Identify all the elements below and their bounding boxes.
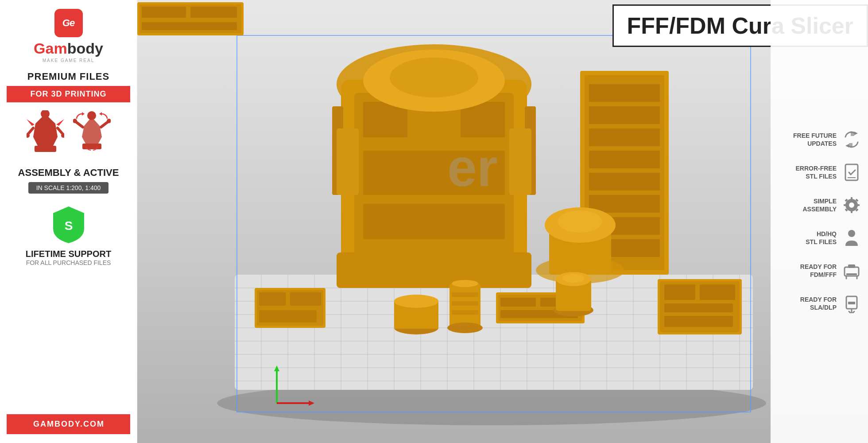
premium-files-label: PREMIUM FILES [27, 71, 109, 82]
svg-rect-99 [190, 7, 237, 18]
feature-simple-assembly: SIMPLEASSEMBLY [777, 195, 861, 215]
svg-marker-8 [56, 119, 64, 126]
svg-rect-117 [851, 132, 854, 136]
svg-rect-60 [337, 253, 531, 288]
svg-rect-105 [664, 303, 733, 312]
svg-rect-67 [589, 128, 660, 146]
feature-label-updates: FREE FUTUREUPDATES [777, 132, 837, 148]
feature-fdm: READY FORFDM/FFF [777, 261, 861, 280]
svg-marker-116 [845, 144, 849, 148]
svg-marker-9 [82, 117, 102, 144]
shield-svg: S [51, 204, 86, 244]
svg-rect-126 [857, 204, 860, 206]
svg-point-76 [558, 210, 602, 233]
svg-rect-139 [848, 302, 855, 304]
svg-rect-100 [142, 22, 237, 30]
svg-point-122 [849, 203, 854, 207]
svg-marker-115 [854, 132, 858, 135]
figure-right-svg [73, 110, 111, 159]
svg-rect-69 [589, 173, 660, 190]
svg-rect-124 [851, 210, 852, 213]
part-cylinder [394, 295, 438, 334]
svg-rect-125 [844, 204, 846, 206]
svg-rect-81 [259, 310, 317, 323]
svg-rect-80 [290, 292, 321, 306]
puzzle-icon [842, 195, 861, 215]
svg-rect-6 [35, 146, 56, 152]
feature-label-fdm: READY FORFDM/FFF [777, 263, 837, 279]
scale-badge: IN SCALE 1:200, 1:400 [28, 182, 109, 194]
svg-rect-61 [337, 128, 359, 195]
file-check-icon [842, 163, 861, 182]
feature-error-free: ERROR-FREESTL FILES [777, 163, 861, 182]
logo-tagline: MAKE GAME REAL [43, 58, 94, 63]
svg-point-110 [562, 274, 585, 283]
feature-sla: READY FORSLA/DLP [777, 294, 861, 313]
refresh-icon [842, 130, 861, 149]
shield-container: S LIFETIME SUPPORT FOR ALL PURCHASED FIL… [26, 204, 111, 266]
svg-rect-66 [589, 106, 660, 124]
logo-icon: Ge [54, 9, 83, 37]
feature-hd-hq: HD/HQSTL FILES [777, 228, 861, 248]
logo-container: Ge Gambody MAKE GAME REAL [34, 9, 103, 63]
svg-text:S: S [64, 219, 73, 233]
logo-gam: Gam [34, 40, 67, 57]
parts-scene-svg: er [137, 0, 868, 443]
feature-label-hd: HD/HQSTL FILES [777, 230, 837, 246]
feature-free-updates: FREE FUTUREUPDATES [777, 130, 861, 149]
svg-point-84 [394, 295, 438, 308]
assembly-label: ASSEMBLY & ACTIVE [18, 167, 119, 179]
right-panel: FREE FUTUREUPDATES ERROR-FREESTL FILES [771, 0, 868, 443]
svg-rect-133 [848, 264, 855, 268]
svg-point-131 [848, 230, 855, 237]
svg-rect-55 [363, 204, 505, 239]
svg-rect-79 [259, 292, 286, 306]
feature-label-assembly: SIMPLEASSEMBLY [777, 197, 837, 213]
main-structure [332, 44, 536, 288]
svg-point-10 [87, 111, 96, 120]
svg-rect-62 [509, 128, 531, 195]
gambody-website-button[interactable]: GAMBODY.COM [7, 414, 130, 434]
svg-marker-7 [27, 119, 35, 126]
svg-rect-93 [500, 298, 536, 307]
lifetime-support-text: LIFETIME SUPPORT [26, 249, 111, 259]
dome-structure [536, 207, 624, 284]
svg-rect-106 [664, 316, 733, 327]
svg-rect-68 [589, 151, 660, 168]
svg-point-57 [390, 58, 478, 97]
purchased-files-text: FOR ALL PURCHASED FILES [26, 259, 111, 266]
svg-marker-15 [82, 112, 85, 116]
main-content: FFF/FDM Cura Slicer [137, 0, 868, 443]
svg-rect-123 [851, 197, 852, 200]
svg-marker-16 [99, 112, 102, 116]
svg-rect-134 [846, 273, 857, 275]
svg-rect-17 [82, 144, 101, 149]
svg-rect-70 [589, 195, 660, 213]
svg-rect-88 [452, 292, 478, 297]
printer-icon [842, 261, 861, 280]
figure-left-svg [27, 110, 64, 159]
part-round-bump [554, 272, 593, 316]
svg-marker-0 [33, 114, 58, 146]
svg-rect-104 [700, 284, 735, 300]
for-3d-banner: FOR 3D PRINTING [7, 86, 130, 102]
sla-printer-icon [842, 294, 861, 313]
svg-point-86 [447, 323, 483, 333]
svg-rect-118 [849, 143, 852, 147]
feature-label-sla: READY FORSLA/DLP [777, 295, 837, 311]
svg-rect-90 [452, 310, 478, 315]
part-flat-left [255, 288, 326, 328]
svg-rect-103 [664, 284, 695, 300]
svg-point-87 [452, 280, 478, 287]
part-wide-2 [137, 2, 244, 35]
svg-rect-65 [589, 84, 660, 102]
bg-text: er [447, 138, 497, 197]
figure-left [27, 110, 64, 159]
figures-container [7, 110, 130, 159]
part-small-detail [447, 280, 483, 333]
logo-body: body [67, 40, 103, 57]
shield-icon: S [51, 204, 86, 244]
figure-right [73, 110, 111, 159]
part-large-panel [658, 279, 742, 334]
person-icon [842, 228, 861, 248]
